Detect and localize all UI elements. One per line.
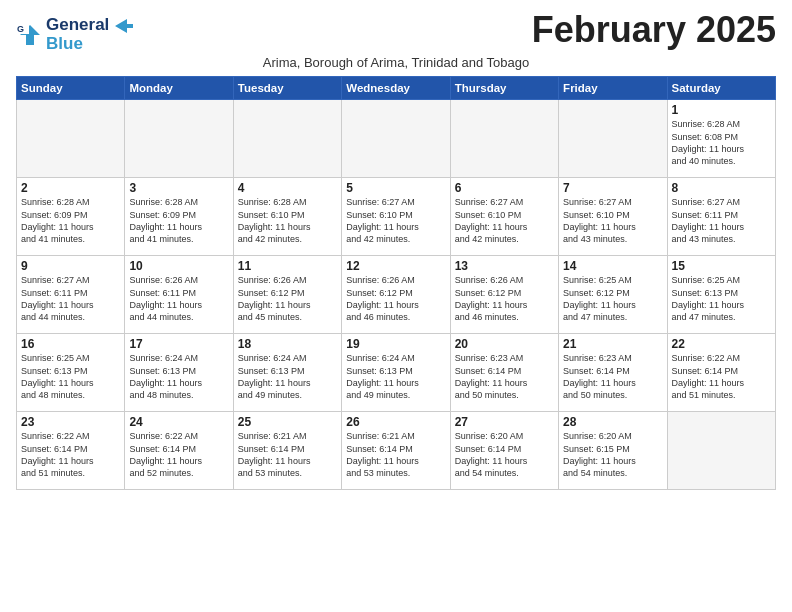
day-number: 26 [346, 415, 445, 429]
day-number: 17 [129, 337, 228, 351]
day-cell: 13Sunrise: 6:26 AM Sunset: 6:12 PM Dayli… [450, 256, 558, 334]
day-info: Sunrise: 6:25 AM Sunset: 6:13 PM Dayligh… [672, 274, 771, 323]
subtitle: Arima, Borough of Arima, Trinidad and To… [16, 55, 776, 70]
day-info: Sunrise: 6:23 AM Sunset: 6:14 PM Dayligh… [563, 352, 662, 401]
weekday-header-saturday: Saturday [667, 77, 775, 100]
day-number: 19 [346, 337, 445, 351]
day-info: Sunrise: 6:24 AM Sunset: 6:13 PM Dayligh… [238, 352, 337, 401]
day-info: Sunrise: 6:27 AM Sunset: 6:11 PM Dayligh… [21, 274, 120, 323]
day-cell [17, 100, 125, 178]
day-cell: 26Sunrise: 6:21 AM Sunset: 6:14 PM Dayli… [342, 412, 450, 490]
day-cell: 8Sunrise: 6:27 AM Sunset: 6:11 PM Daylig… [667, 178, 775, 256]
day-number: 24 [129, 415, 228, 429]
day-number: 8 [672, 181, 771, 195]
day-cell: 16Sunrise: 6:25 AM Sunset: 6:13 PM Dayli… [17, 334, 125, 412]
day-number: 21 [563, 337, 662, 351]
day-cell: 17Sunrise: 6:24 AM Sunset: 6:13 PM Dayli… [125, 334, 233, 412]
day-cell: 2Sunrise: 6:28 AM Sunset: 6:09 PM Daylig… [17, 178, 125, 256]
day-cell: 15Sunrise: 6:25 AM Sunset: 6:13 PM Dayli… [667, 256, 775, 334]
day-cell: 1Sunrise: 6:28 AM Sunset: 6:08 PM Daylig… [667, 100, 775, 178]
month-title: February 2025 [532, 12, 776, 48]
weekday-header-tuesday: Tuesday [233, 77, 341, 100]
day-number: 7 [563, 181, 662, 195]
week-row-2: 9Sunrise: 6:27 AM Sunset: 6:11 PM Daylig… [17, 256, 776, 334]
day-cell: 5Sunrise: 6:27 AM Sunset: 6:10 PM Daylig… [342, 178, 450, 256]
day-info: Sunrise: 6:22 AM Sunset: 6:14 PM Dayligh… [21, 430, 120, 479]
day-number: 27 [455, 415, 554, 429]
day-number: 18 [238, 337, 337, 351]
day-info: Sunrise: 6:21 AM Sunset: 6:14 PM Dayligh… [238, 430, 337, 479]
week-row-3: 16Sunrise: 6:25 AM Sunset: 6:13 PM Dayli… [17, 334, 776, 412]
day-cell: 24Sunrise: 6:22 AM Sunset: 6:14 PM Dayli… [125, 412, 233, 490]
weekday-header-wednesday: Wednesday [342, 77, 450, 100]
page: G General Blue February 2025 Arima, Boro… [0, 0, 792, 498]
weekday-header-sunday: Sunday [17, 77, 125, 100]
day-info: Sunrise: 6:27 AM Sunset: 6:10 PM Dayligh… [346, 196, 445, 245]
weekday-header-monday: Monday [125, 77, 233, 100]
week-row-1: 2Sunrise: 6:28 AM Sunset: 6:09 PM Daylig… [17, 178, 776, 256]
logo-arrow-icon [115, 19, 133, 33]
day-number: 11 [238, 259, 337, 273]
day-cell [233, 100, 341, 178]
day-info: Sunrise: 6:26 AM Sunset: 6:12 PM Dayligh… [346, 274, 445, 323]
day-info: Sunrise: 6:28 AM Sunset: 6:10 PM Dayligh… [238, 196, 337, 245]
day-number: 13 [455, 259, 554, 273]
header: G General Blue February 2025 [16, 12, 776, 53]
day-cell: 11Sunrise: 6:26 AM Sunset: 6:12 PM Dayli… [233, 256, 341, 334]
week-row-4: 23Sunrise: 6:22 AM Sunset: 6:14 PM Dayli… [17, 412, 776, 490]
day-cell [559, 100, 667, 178]
logo: G General Blue [16, 16, 133, 53]
calendar-body: 1Sunrise: 6:28 AM Sunset: 6:08 PM Daylig… [17, 100, 776, 490]
day-number: 15 [672, 259, 771, 273]
weekday-header-friday: Friday [559, 77, 667, 100]
day-info: Sunrise: 6:28 AM Sunset: 6:08 PM Dayligh… [672, 118, 771, 167]
day-info: Sunrise: 6:22 AM Sunset: 6:14 PM Dayligh… [672, 352, 771, 401]
day-number: 25 [238, 415, 337, 429]
day-info: Sunrise: 6:26 AM Sunset: 6:12 PM Dayligh… [238, 274, 337, 323]
day-cell: 6Sunrise: 6:27 AM Sunset: 6:10 PM Daylig… [450, 178, 558, 256]
day-cell: 12Sunrise: 6:26 AM Sunset: 6:12 PM Dayli… [342, 256, 450, 334]
day-cell: 20Sunrise: 6:23 AM Sunset: 6:14 PM Dayli… [450, 334, 558, 412]
day-number: 12 [346, 259, 445, 273]
day-cell: 3Sunrise: 6:28 AM Sunset: 6:09 PM Daylig… [125, 178, 233, 256]
day-number: 2 [21, 181, 120, 195]
svg-marker-4 [115, 19, 133, 33]
day-cell: 9Sunrise: 6:27 AM Sunset: 6:11 PM Daylig… [17, 256, 125, 334]
day-cell: 27Sunrise: 6:20 AM Sunset: 6:14 PM Dayli… [450, 412, 558, 490]
day-info: Sunrise: 6:27 AM Sunset: 6:10 PM Dayligh… [563, 196, 662, 245]
day-info: Sunrise: 6:24 AM Sunset: 6:13 PM Dayligh… [346, 352, 445, 401]
day-number: 5 [346, 181, 445, 195]
day-cell [450, 100, 558, 178]
day-number: 22 [672, 337, 771, 351]
day-cell: 22Sunrise: 6:22 AM Sunset: 6:14 PM Dayli… [667, 334, 775, 412]
day-number: 23 [21, 415, 120, 429]
day-cell: 28Sunrise: 6:20 AM Sunset: 6:15 PM Dayli… [559, 412, 667, 490]
svg-text:G: G [17, 24, 24, 34]
calendar: SundayMondayTuesdayWednesdayThursdayFrid… [16, 76, 776, 490]
day-cell: 21Sunrise: 6:23 AM Sunset: 6:14 PM Dayli… [559, 334, 667, 412]
day-info: Sunrise: 6:23 AM Sunset: 6:14 PM Dayligh… [455, 352, 554, 401]
day-number: 1 [672, 103, 771, 117]
day-info: Sunrise: 6:27 AM Sunset: 6:11 PM Dayligh… [672, 196, 771, 245]
day-cell: 7Sunrise: 6:27 AM Sunset: 6:10 PM Daylig… [559, 178, 667, 256]
day-cell [667, 412, 775, 490]
day-number: 10 [129, 259, 228, 273]
day-cell: 23Sunrise: 6:22 AM Sunset: 6:14 PM Dayli… [17, 412, 125, 490]
day-info: Sunrise: 6:20 AM Sunset: 6:15 PM Dayligh… [563, 430, 662, 479]
day-info: Sunrise: 6:21 AM Sunset: 6:14 PM Dayligh… [346, 430, 445, 479]
day-cell [125, 100, 233, 178]
day-number: 9 [21, 259, 120, 273]
day-cell: 19Sunrise: 6:24 AM Sunset: 6:13 PM Dayli… [342, 334, 450, 412]
logo-icon: G [16, 21, 44, 49]
day-info: Sunrise: 6:28 AM Sunset: 6:09 PM Dayligh… [21, 196, 120, 245]
day-info: Sunrise: 6:20 AM Sunset: 6:14 PM Dayligh… [455, 430, 554, 479]
day-info: Sunrise: 6:26 AM Sunset: 6:11 PM Dayligh… [129, 274, 228, 323]
day-number: 4 [238, 181, 337, 195]
day-cell: 4Sunrise: 6:28 AM Sunset: 6:10 PM Daylig… [233, 178, 341, 256]
day-cell: 18Sunrise: 6:24 AM Sunset: 6:13 PM Dayli… [233, 334, 341, 412]
day-cell: 14Sunrise: 6:25 AM Sunset: 6:12 PM Dayli… [559, 256, 667, 334]
day-cell: 25Sunrise: 6:21 AM Sunset: 6:14 PM Dayli… [233, 412, 341, 490]
day-info: Sunrise: 6:25 AM Sunset: 6:12 PM Dayligh… [563, 274, 662, 323]
day-cell: 10Sunrise: 6:26 AM Sunset: 6:11 PM Dayli… [125, 256, 233, 334]
day-number: 14 [563, 259, 662, 273]
